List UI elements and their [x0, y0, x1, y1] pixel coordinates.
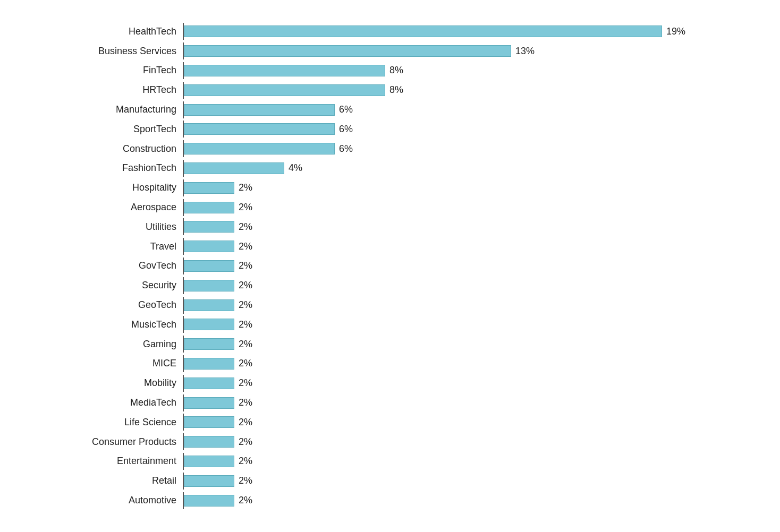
bar-fill: [184, 397, 234, 409]
bar-row: Aerospace2%: [66, 199, 714, 216]
bar-fill: [184, 358, 234, 370]
bar-track: 2%: [183, 316, 714, 333]
bar-fill: [184, 202, 234, 213]
bar-label: GeoTech: [66, 299, 183, 311]
bar-pct: 2%: [239, 182, 252, 193]
bar-fill: [184, 377, 234, 389]
bar-pct: 2%: [239, 417, 252, 428]
bar-pct: 19%: [666, 26, 685, 37]
bar-pct: 2%: [239, 260, 252, 271]
bar-fill: [184, 241, 234, 252]
bar-row: Consumer Products2%: [66, 433, 714, 450]
bar-label: Gaming: [66, 339, 183, 350]
bar-pct: 2%: [239, 280, 252, 291]
chart-container: HealthTech19%Business Services13%FinTech…: [45, 11, 735, 521]
bar-fill: [184, 221, 234, 233]
bar-label: HRTech: [66, 84, 183, 96]
bar-fill: [184, 416, 234, 428]
bar-row: MediaTech2%: [66, 394, 714, 411]
bar-track: 19%: [183, 23, 714, 40]
bar-fill: [184, 260, 234, 272]
bar-track: 2%: [183, 453, 714, 470]
bar-pct: 8%: [389, 65, 403, 76]
bar-pct: 2%: [239, 495, 252, 506]
bar-track: 2%: [183, 277, 714, 294]
bar-label: Security: [66, 280, 183, 291]
bar-fill: [184, 143, 335, 155]
bar-fill: [184, 436, 234, 448]
bar-pct: 4%: [289, 162, 302, 174]
bar-row: Construction6%: [66, 140, 714, 157]
bar-fill: [184, 25, 662, 37]
bar-track: 6%: [183, 101, 714, 118]
bar-row: HealthTech19%: [66, 23, 714, 40]
bar-row: SportTech6%: [66, 121, 714, 138]
bar-track: 2%: [183, 433, 714, 450]
bar-fill: [184, 280, 234, 291]
bar-label: FinTech: [66, 65, 183, 76]
bar-track: 2%: [183, 297, 714, 314]
bar-label: Travel: [66, 241, 183, 252]
bar-row: Hospitality2%: [66, 179, 714, 196]
bar-label: MICE: [66, 358, 183, 369]
bar-row: HRTech8%: [66, 82, 714, 99]
bar-row: Automotive2%: [66, 492, 714, 509]
bar-fill: [184, 475, 234, 487]
bar-label: Retail: [66, 475, 183, 486]
bar-track: 2%: [183, 336, 714, 353]
bar-label: Construction: [66, 143, 183, 155]
bar-track: 2%: [183, 375, 714, 392]
bar-track: 2%: [183, 492, 714, 509]
bar-pct: 13%: [515, 46, 535, 57]
bar-pct: 6%: [339, 124, 353, 135]
bar-track: 2%: [183, 199, 714, 216]
bar-row: MusicTech2%: [66, 316, 714, 333]
bar-label: Business Services: [66, 46, 183, 57]
bar-track: 2%: [183, 414, 714, 431]
bar-row: FashionTech4%: [66, 160, 714, 177]
bar-fill: [184, 104, 335, 116]
bar-label: SportTech: [66, 124, 183, 135]
bar-fill: [184, 65, 385, 76]
bar-track: 2%: [183, 258, 714, 274]
bar-row: Mobility2%: [66, 375, 714, 392]
bar-label: MusicTech: [66, 319, 183, 330]
bar-track: 2%: [183, 238, 714, 255]
bar-track: 2%: [183, 355, 714, 372]
bar-track: 2%: [183, 394, 714, 411]
bar-label: Consumer Products: [66, 436, 183, 448]
bar-fill: [184, 123, 335, 135]
bar-row: GovTech2%: [66, 258, 714, 274]
bar-fill: [184, 299, 234, 311]
bar-pct: 2%: [239, 358, 252, 369]
bar-pct: 2%: [239, 397, 252, 408]
bar-pct: 2%: [239, 241, 252, 252]
bar-fill: [184, 182, 234, 194]
bar-pct: 8%: [389, 84, 403, 96]
bar-label: Mobility: [66, 377, 183, 389]
bar-pct: 2%: [239, 475, 252, 486]
bar-row: Gaming2%: [66, 336, 714, 353]
bar-fill: [184, 495, 234, 507]
bar-fill: [184, 456, 234, 467]
bar-row: MICE2%: [66, 355, 714, 372]
bar-pct: 2%: [239, 436, 252, 448]
bar-row: FinTech8%: [66, 62, 714, 79]
bar-fill: [184, 45, 511, 57]
bar-label: Hospitality: [66, 182, 183, 193]
bar-row: Business Services13%: [66, 42, 714, 59]
bar-row: Security2%: [66, 277, 714, 294]
bar-fill: [184, 84, 385, 96]
bar-fill: [184, 162, 284, 174]
bar-track: 2%: [183, 179, 714, 196]
bar-pct: 2%: [239, 299, 252, 311]
bar-pct: 2%: [239, 377, 252, 389]
bar-row: Retail2%: [66, 473, 714, 490]
bar-fill: [184, 319, 234, 330]
bar-pct: 2%: [239, 319, 252, 330]
bar-row: Life Science2%: [66, 414, 714, 431]
bar-pct: 2%: [239, 339, 252, 350]
bar-pct: 6%: [339, 143, 353, 155]
bar-pct: 2%: [239, 221, 252, 233]
bar-track: 4%: [183, 160, 714, 177]
